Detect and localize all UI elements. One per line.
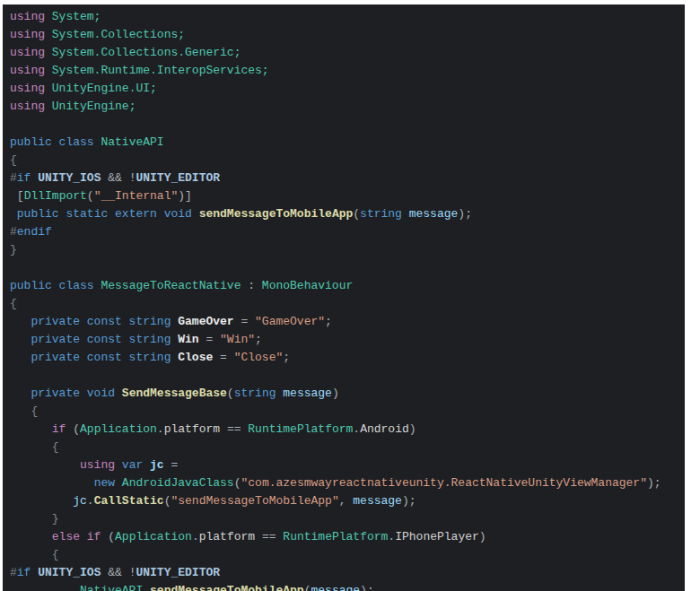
code-line[interactable]: { [10,403,685,421]
code-token: message [311,584,361,591]
code-line[interactable]: new AndroidJavaClass("com.azesmwayreactn… [10,474,685,492]
code-line[interactable]: jc.CallStatic("sendMessageToMobileApp", … [10,492,685,510]
code-token: "Win" [220,333,255,346]
code-line[interactable]: { [10,439,685,456]
code-line[interactable]: { [10,546,685,564]
code-token: DllImport [24,189,87,203]
code-token: == [220,422,248,436]
code-token: public class [10,279,101,292]
code-token: { [10,153,17,167]
code-line[interactable]: using var jc = [10,456,685,474]
code-line[interactable]: using System.Collections; [10,26,685,44]
code-token: platform [199,530,255,543]
code-token: MessageToReactNative [101,279,241,292]
code-line[interactable] [10,367,685,385]
code-token: . [192,530,199,543]
code-token: using [10,28,52,41]
code-token: System.Runtime.InteropServices; [52,64,269,77]
code-token: && ! [101,171,136,185]
code-line[interactable]: private const string Win = "Win"; [10,331,685,349]
code-token: MonoBehaviour [262,279,353,292]
code-token: . [157,422,164,436]
code-token: ) [479,530,486,543]
code-token: ) [332,387,339,400]
code-line[interactable]: using UnityEngine.UI; [10,80,685,98]
code-line[interactable]: using System.Collections.Generic; [10,44,685,62]
code-line[interactable] [10,116,685,134]
code-line[interactable]: using System; [10,8,685,26]
code-line[interactable]: public static extern void sendMessageToM… [10,205,685,223]
code-token: ( [304,584,311,591]
code-line[interactable]: } [10,241,685,259]
code-line[interactable]: private const string Close = "Close"; [10,349,685,367]
code-token: : [241,279,261,292]
code-token: AndroidJavaClass [122,476,234,490]
code-token: using [10,82,52,95]
code-token: Application [115,530,192,543]
code-token: System.Collections.Generic; [52,46,241,59]
code-line[interactable]: { [10,295,685,313]
code-token: ( [227,387,234,400]
code-token: UNITY_EDITOR [136,171,220,185]
code-token: # [10,225,17,239]
code-token: UNITY_IOS [38,566,101,579]
code-token: [ [17,189,24,203]
code-token: UnityEngine; [52,100,136,113]
code-token: message [283,387,332,400]
code-token: "GameOver" [255,315,325,328]
code-line[interactable]: { [10,152,685,169]
code-token: var [122,458,150,472]
code-token: ( [353,207,360,221]
code-token: private const string [31,351,178,364]
code-line[interactable]: public class MessageToReactNative : Mono… [10,277,685,295]
code-token: ; [325,315,332,328]
code-line[interactable]: #endif [10,223,685,241]
code-line[interactable]: #if UNITY_IOS && !UNITY_EDITOR [10,564,685,582]
code-line[interactable]: NativeAPI.sendMessageToMobileApp(message… [10,582,685,591]
code-token: && ! [101,566,136,579]
code-token: SendMessageBase [122,387,227,400]
code-token: private const string [31,315,178,328]
code-token: jc [150,458,164,472]
code-token: Application [80,422,157,436]
code-line[interactable]: if (Application.platform == RuntimePlatf… [10,421,685,439]
code-line[interactable]: #if UNITY_IOS && !UNITY_EDITOR [10,169,685,187]
code-line[interactable]: } [10,510,685,528]
code-token: jc [73,494,87,508]
code-token: IPhonePlayer [395,530,479,543]
code-editor[interactable]: using System;using System.Collections;us… [3,4,685,591]
code-line[interactable] [10,259,685,277]
code-token: = [213,351,233,364]
code-token: ); [458,207,472,221]
code-line[interactable]: using System.Runtime.InteropServices; [10,62,685,80]
code-token: == [255,530,283,543]
code-token: "Close" [234,351,284,364]
code-line[interactable]: public class NativeAPI [10,134,685,152]
code-token: using [10,100,52,113]
code-token: using [80,458,122,472]
code-token: ; [255,333,262,346]
code-token: System.Collections; [52,28,185,41]
code-token: sendMessageToMobileApp [199,207,354,221]
code-token: ) [409,422,416,436]
code-line[interactable]: using UnityEngine; [10,98,685,116]
code-line[interactable]: private const string GameOver = "GameOve… [10,313,685,331]
code-token: = [234,315,255,328]
code-token: { [10,297,17,310]
code-token: CallStatic [94,494,164,508]
code-line[interactable]: [DllImport("__Internal")] [10,187,685,205]
code-token: ( [108,530,115,543]
code-token: using [10,64,52,77]
code-token: = [199,333,220,346]
code-line[interactable]: private void SendMessageBase(string mess… [10,385,685,403]
code-token: if [52,422,73,436]
code-line[interactable]: else if (Application.platform == Runtime… [10,528,685,546]
code-token: )] [178,189,192,203]
code-token: # [10,566,17,579]
code-token: sendMessageToMobileApp [150,584,304,591]
code-token: string [234,387,284,400]
code-token: NativeAPI [80,584,143,591]
code-token: else if [52,530,108,543]
code-token: NativeAPI [101,135,163,149]
code-token: } [10,243,17,256]
